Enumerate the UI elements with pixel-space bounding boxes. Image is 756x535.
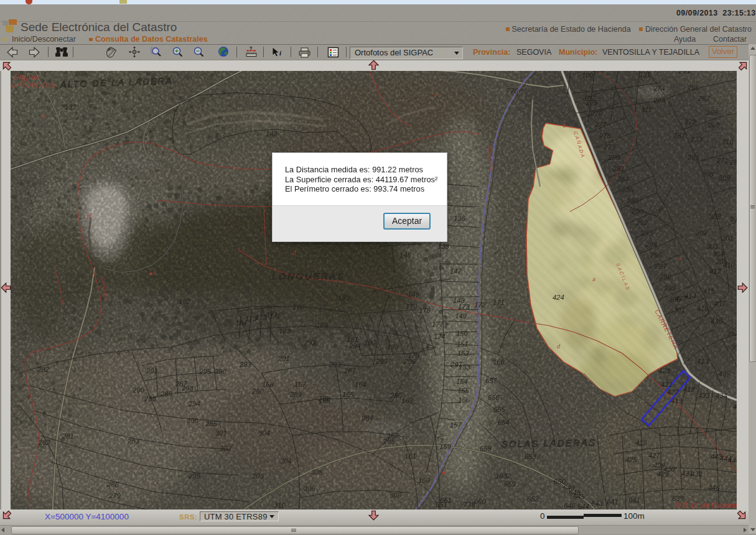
svg-text:i: i <box>279 49 282 57</box>
svg-text:?: ? <box>250 45 253 52</box>
